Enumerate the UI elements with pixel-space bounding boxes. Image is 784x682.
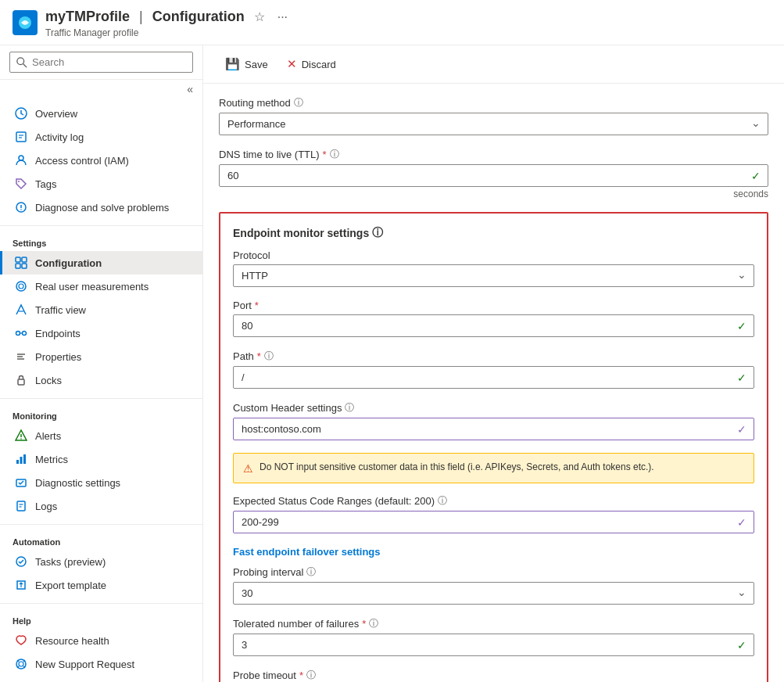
port-field: Port * ✓ [233, 300, 754, 337]
protocol-select[interactable]: HTTP HTTPS TCP [233, 264, 754, 287]
sidebar-item-properties[interactable]: Properties [0, 345, 202, 368]
page-name: Configuration [152, 9, 245, 25]
save-button[interactable]: 💾 Save [219, 53, 274, 75]
path-check-icon: ✓ [737, 372, 746, 384]
port-input[interactable] [233, 314, 754, 337]
sidebar-item-label: Resource health [35, 635, 109, 647]
sidebar-item-activity-log[interactable]: Activity log [0, 125, 202, 149]
sidebar-item-alerts[interactable]: Alerts [0, 424, 202, 447]
custom-header-check-icon: ✓ [737, 423, 746, 436]
svg-rect-27 [20, 457, 23, 464]
dns-ttl-input[interactable] [219, 164, 768, 187]
help-section-title: Help [0, 610, 202, 629]
endpoint-section-title: Endpoint monitor settings ⓘ [233, 226, 754, 240]
svg-rect-23 [18, 379, 24, 385]
favorite-button[interactable]: ☆ [251, 6, 268, 27]
sidebar-item-real-user[interactable]: Real user measurements [0, 275, 202, 298]
path-required: * [257, 350, 261, 362]
sidebar-item-tags[interactable]: Tags [0, 172, 202, 196]
content-area: 💾 Save ✕ Discard Routing method ⓘ Perfor… [203, 45, 784, 682]
svg-point-5 [19, 156, 23, 160]
header: myTMProfile | Configuration ☆ ··· Traffi… [0, 0, 784, 45]
sidebar-item-export[interactable]: Export template [0, 573, 202, 597]
routing-method-field: Routing method ⓘ Performance Priority We… [219, 96, 768, 135]
header-title: myTMProfile | Configuration ☆ ··· [45, 6, 291, 27]
sidebar-item-overview[interactable]: Overview [0, 102, 202, 125]
traffic-icon [15, 303, 27, 316]
expected-status-input[interactable] [233, 511, 754, 533]
routing-method-select[interactable]: Performance Priority Weighted Geographic [219, 113, 768, 135]
sidebar-item-label: Export template [35, 580, 106, 591]
sidebar-item-endpoints[interactable]: Endpoints [0, 321, 202, 345]
endpoint-monitor-section: Endpoint monitor settings ⓘ Protocol HTT… [219, 212, 768, 682]
tolerated-failures-field: Tolerated number of failures * ⓘ ✓ [233, 617, 754, 656]
expected-status-field: Expected Status Code Ranges (default: 20… [233, 494, 754, 533]
sidebar-item-support[interactable]: New Support Request [0, 652, 202, 676]
path-input[interactable] [233, 366, 754, 389]
sidebar-item-diagnose[interactable]: Diagnose and solve problems [0, 196, 202, 219]
probe-timeout-field: Probe timeout * ⓘ ✓ seconds [233, 669, 754, 682]
tolerated-failures-label: Tolerated number of failures * ⓘ [233, 617, 754, 630]
probe-timeout-info-icon[interactable]: ⓘ [306, 669, 316, 682]
sidebar-item-traffic-view[interactable]: Traffic view [0, 298, 202, 321]
support-icon [15, 658, 27, 670]
sidebar-item-diagnostic[interactable]: Diagnostic settings [0, 471, 202, 494]
custom-header-info-icon[interactable]: ⓘ [345, 401, 354, 415]
svg-rect-11 [22, 257, 27, 262]
discard-icon: ✕ [287, 57, 297, 71]
sidebar-item-label: Diagnose and solve problems [35, 202, 169, 214]
sidebar-item-logs[interactable]: Logs [0, 494, 202, 518]
settings-section-title: Settings [0, 232, 202, 251]
help-section: Help Resource health New Support Request [0, 607, 202, 679]
sidebar-item-label: Locks [35, 375, 62, 386]
sidebar-item-access-control[interactable]: Access control (IAM) [0, 149, 202, 172]
path-info-icon[interactable]: ⓘ [264, 350, 274, 363]
save-label: Save [245, 59, 268, 70]
svg-rect-12 [16, 264, 20, 268]
divider [0, 603, 202, 604]
tolerated-failures-input[interactable] [233, 634, 754, 656]
svg-rect-30 [17, 501, 25, 511]
endpoints-icon [15, 327, 27, 339]
dns-ttl-info-icon[interactable]: ⓘ [330, 148, 339, 161]
properties-icon [15, 350, 27, 363]
sidebar-item-label: Endpoints [35, 328, 81, 339]
probing-interval-select[interactable]: 30 10 [233, 582, 754, 605]
diagnostic-icon [15, 476, 27, 489]
dns-ttl-check-icon: ✓ [751, 170, 761, 182]
sidebar-item-label: Activity log [35, 131, 84, 143]
sidebar-collapse-button[interactable]: « [187, 83, 193, 95]
svg-rect-26 [16, 460, 19, 464]
endpoint-section-info-icon[interactable]: ⓘ [372, 226, 383, 240]
probing-interval-info-icon[interactable]: ⓘ [306, 565, 316, 579]
dns-ttl-input-wrapper: ✓ [219, 164, 768, 187]
sidebar: « Overview Activity log Access control [0, 45, 203, 682]
warning-icon: ⚠ [243, 462, 253, 475]
sidebar-item-tasks[interactable]: Tasks (preview) [0, 550, 202, 573]
sidebar-item-metrics[interactable]: Metrics [0, 447, 202, 471]
probing-interval-label: Probing interval ⓘ [233, 565, 754, 579]
sidebar-item-resource-health[interactable]: Resource health [0, 629, 202, 652]
locks-icon [15, 374, 27, 386]
probing-interval-field: Probing interval ⓘ 30 10 [233, 565, 754, 605]
more-options-button[interactable]: ··· [274, 7, 291, 27]
diagnose-icon [15, 201, 27, 214]
protocol-select-wrapper: HTTP HTTPS TCP [233, 264, 754, 287]
tolerated-failures-check-icon: ✓ [737, 639, 746, 651]
dns-ttl-label: DNS time to live (TTL) * ⓘ [219, 148, 768, 161]
svg-point-9 [20, 209, 22, 210]
routing-method-info-icon[interactable]: ⓘ [294, 96, 303, 109]
discard-button[interactable]: ✕ Discard [281, 53, 342, 75]
search-input[interactable] [9, 52, 193, 73]
expected-status-info-icon[interactable]: ⓘ [438, 494, 447, 508]
sidebar-item-configuration[interactable]: Configuration [0, 251, 202, 275]
health-icon [15, 634, 27, 647]
custom-header-input[interactable] [233, 418, 754, 440]
tolerated-failures-required: * [362, 618, 366, 630]
warning-banner: ⚠ Do NOT input sensitive customer data i… [233, 453, 754, 483]
tolerated-failures-info-icon[interactable]: ⓘ [369, 617, 378, 630]
header-separator: | [139, 9, 143, 25]
sidebar-item-label: Traffic view [35, 304, 86, 316]
sidebar-item-label: Logs [35, 501, 57, 512]
sidebar-item-locks[interactable]: Locks [0, 368, 202, 392]
